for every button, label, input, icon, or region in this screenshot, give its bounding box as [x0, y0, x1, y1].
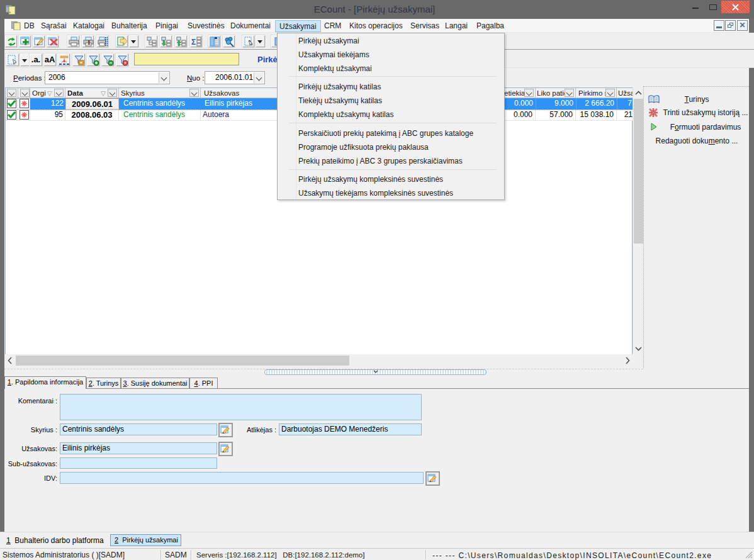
svg-text:1: 1 [87, 38, 91, 46]
svg-text:Σ: Σ [191, 38, 196, 47]
